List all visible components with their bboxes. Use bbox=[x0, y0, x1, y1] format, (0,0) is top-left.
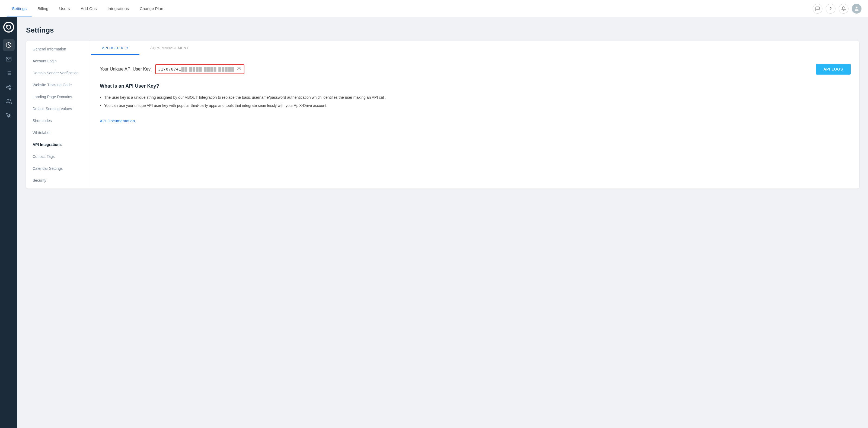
menu-item-whitelabel[interactable]: Whitelabel bbox=[26, 127, 91, 139]
what-is-list: The user key is a unique string assigned… bbox=[100, 93, 850, 110]
tab-integrations[interactable]: Integrations bbox=[102, 0, 134, 18]
svg-point-14 bbox=[239, 68, 240, 69]
app-logo bbox=[3, 22, 14, 33]
menu-item-login[interactable]: Account Login bbox=[26, 55, 91, 67]
sidebar-item-contacts[interactable] bbox=[3, 95, 14, 108]
settings-panel: General Information Account Login Domain… bbox=[26, 41, 859, 188]
api-key-input[interactable]: 317078741 ██ ████ ████ █████ bbox=[155, 64, 244, 74]
sidebar-item-email[interactable] bbox=[3, 53, 14, 65]
svg-point-9 bbox=[6, 87, 8, 88]
tab-api-user-key[interactable]: API USER KEY bbox=[91, 41, 140, 55]
sidebar-item-network[interactable] bbox=[3, 81, 14, 93]
tab-apps-management[interactable]: APPS MANAGEMENT bbox=[140, 41, 199, 55]
menu-item-default-sending[interactable]: Default Sending Values bbox=[26, 103, 91, 115]
top-nav: Settings Billing Users Add-Ons Integrati… bbox=[0, 0, 868, 18]
top-nav-tabs: Settings Billing Users Add-Ons Integrati… bbox=[6, 0, 813, 18]
svg-point-0 bbox=[856, 6, 858, 8]
svg-point-8 bbox=[9, 85, 11, 87]
page-title: Settings bbox=[26, 26, 859, 34]
bullet-2: You can use your unique API user key wit… bbox=[100, 101, 850, 110]
menu-item-calendar[interactable]: Calendar Settings bbox=[26, 162, 91, 174]
svg-point-13 bbox=[7, 99, 9, 101]
settings-menu: General Information Account Login Domain… bbox=[26, 41, 91, 188]
eye-icon[interactable] bbox=[237, 66, 241, 72]
svg-point-10 bbox=[9, 88, 11, 90]
sidebar-item-lists[interactable] bbox=[3, 67, 14, 79]
api-key-row: Your Unique API User Key: 317078741 ██ █… bbox=[100, 64, 850, 74]
api-key-field-wrapper: Your Unique API User Key: 317078741 ██ █… bbox=[100, 64, 244, 74]
chat-icon-btn[interactable] bbox=[813, 4, 823, 13]
content-body: Your Unique API User Key: 317078741 ██ █… bbox=[91, 55, 859, 188]
api-key-prefix: 317078741 bbox=[158, 67, 182, 71]
menu-item-general[interactable]: General Information bbox=[26, 43, 91, 55]
sidebar-item-cursor[interactable] bbox=[3, 110, 14, 122]
menu-item-shortcodes[interactable]: Shortcodes bbox=[26, 115, 91, 127]
tab-settings[interactable]: Settings bbox=[6, 0, 32, 18]
menu-item-domain-sender[interactable]: Domain Sender Verification bbox=[26, 67, 91, 79]
api-key-label: Your Unique API User Key: bbox=[100, 67, 152, 71]
tab-billing[interactable]: Billing bbox=[32, 0, 54, 18]
api-logs-button[interactable]: API LOGS bbox=[816, 64, 851, 74]
svg-line-11 bbox=[8, 88, 9, 89]
tab-changeplan[interactable]: Change Plan bbox=[134, 0, 169, 18]
app-layout: Settings General Information Account Log… bbox=[0, 18, 868, 428]
api-key-hidden: ██ ████ ████ █████ bbox=[181, 67, 235, 71]
top-nav-actions: ? bbox=[813, 4, 862, 13]
api-documentation-link[interactable]: API Documentation. bbox=[100, 119, 136, 123]
tab-addons[interactable]: Add-Ons bbox=[75, 0, 102, 18]
notifications-icon-btn[interactable] bbox=[839, 4, 848, 13]
settings-content: API USER KEY APPS MANAGEMENT Your Unique… bbox=[91, 41, 859, 188]
left-sidebar bbox=[0, 18, 18, 428]
what-is-title: What is an API User Key? bbox=[100, 83, 850, 89]
user-avatar[interactable] bbox=[852, 4, 862, 13]
svg-line-12 bbox=[8, 86, 9, 87]
help-icon-btn[interactable]: ? bbox=[826, 4, 835, 13]
menu-item-landing-page[interactable]: Landing Page Domains bbox=[26, 91, 91, 103]
bullet-1: The user key is a unique string assigned… bbox=[100, 93, 850, 101]
menu-item-api[interactable]: API Integrations bbox=[26, 139, 91, 151]
sidebar-item-dashboard[interactable] bbox=[3, 39, 14, 51]
menu-item-security[interactable]: Security bbox=[26, 174, 91, 186]
main-content: Settings General Information Account Log… bbox=[18, 18, 868, 428]
menu-item-website-tracking[interactable]: Website Tracking Code bbox=[26, 79, 91, 91]
content-tabs: API USER KEY APPS MANAGEMENT bbox=[91, 41, 859, 55]
tab-users[interactable]: Users bbox=[54, 0, 75, 18]
menu-item-contact-tags[interactable]: Contact Tags bbox=[26, 151, 91, 162]
